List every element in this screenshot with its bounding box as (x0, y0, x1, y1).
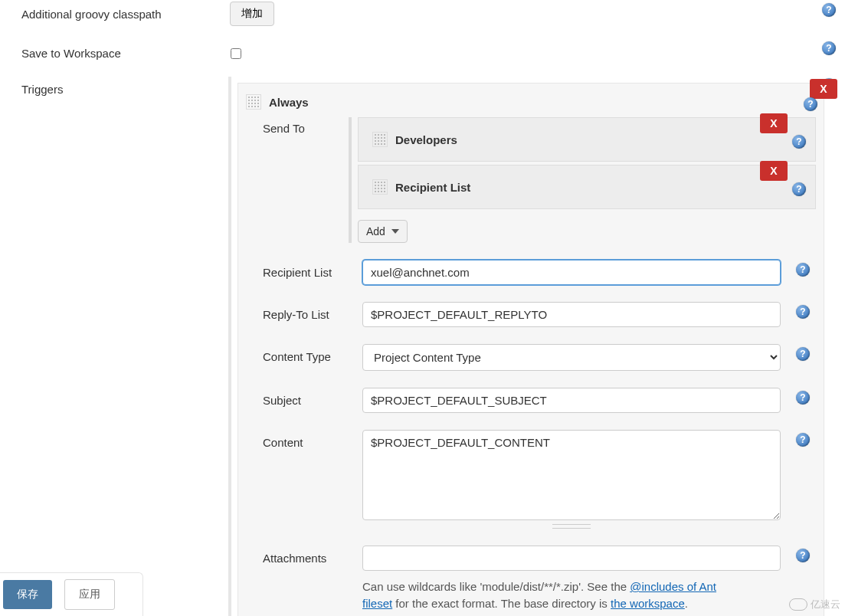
apply-button[interactable]: 应用 (64, 579, 115, 610)
remove-trigger-button[interactable]: X (810, 79, 837, 99)
label-subject: Subject (263, 388, 362, 407)
help-icon[interactable]: ? (796, 433, 810, 447)
label-save-to-workspace: Save to Workspace (21, 47, 221, 60)
label-reply-to-list: Reply-To List (263, 302, 362, 321)
help-icon[interactable]: ? (796, 347, 810, 361)
workspace-link[interactable]: the workspace (611, 597, 685, 610)
label-triggers: Triggers (21, 83, 221, 96)
attachments-input[interactable] (362, 546, 781, 571)
save-to-workspace-checkbox[interactable] (231, 48, 241, 59)
recipient-card-developers: X Developers ? (358, 117, 816, 162)
row-content-type: Content Type Project Content Type ? (246, 344, 816, 371)
help-icon[interactable]: ? (804, 97, 817, 111)
left-column: Additional groovy classpath Save to Work… (21, 0, 221, 97)
trigger-always-block: X ? Always Send To X Developers ? X Reci… (237, 83, 824, 616)
attachments-hint: Can use wildcards like 'module/dist/**/*… (362, 578, 745, 612)
help-icon[interactable]: ? (792, 182, 806, 196)
row-recipient-list: Recipient List ? (246, 260, 816, 285)
send-to-row: Send To X Developers ? X Recipient List … (246, 117, 816, 243)
footer-bar: 保存 应用 (0, 572, 143, 616)
label-additional-groovy-classpath: Additional groovy classpath (21, 8, 221, 21)
save-button[interactable]: 保存 (3, 580, 52, 609)
subject-input[interactable] (362, 388, 781, 413)
chevron-down-icon (391, 229, 399, 234)
remove-recipient-button[interactable]: X (760, 113, 788, 133)
resize-grip-icon[interactable] (552, 524, 591, 529)
reply-to-list-input[interactable] (362, 302, 781, 327)
content-textarea[interactable]: $PROJECT_DEFAULT_CONTENT (362, 430, 781, 520)
send-to-body: X Developers ? X Recipient List ? Add (349, 117, 816, 243)
help-icon[interactable]: ? (796, 263, 810, 277)
label-attachments: Attachments (263, 546, 362, 565)
help-icon[interactable]: ? (792, 135, 806, 149)
drag-handle-icon[interactable] (246, 94, 261, 110)
add-classpath-button[interactable]: 增加 (230, 2, 274, 26)
remove-recipient-button[interactable]: X (760, 161, 788, 181)
hint-text: Can use wildcards like 'module/dist/**/*… (362, 580, 630, 593)
send-to-label: Send To (263, 117, 349, 135)
content-type-select[interactable]: Project Content Type (362, 344, 781, 371)
label-recipient-list: Recipient List (263, 260, 362, 279)
help-icon[interactable]: ? (796, 391, 810, 405)
hint-text: for the exact format. The base directory… (392, 597, 611, 610)
trigger-header: Always (246, 91, 816, 117)
triggers-container: X ? Always Send To X Developers ? X Reci… (228, 77, 824, 616)
drag-handle-icon[interactable] (372, 132, 388, 147)
label-content-type: Content Type (263, 344, 362, 363)
help-icon[interactable]: ? (822, 41, 836, 55)
trigger-name: Always (269, 96, 309, 109)
recipient-card-recipient-list: X Recipient List ? (358, 165, 816, 209)
recipient-title: Developers (395, 133, 457, 146)
add-recipient-label: Add (366, 225, 385, 238)
row-attachments: Attachments Can use wildcards like 'modu… (246, 546, 816, 612)
recipient-list-input[interactable] (362, 260, 781, 285)
help-icon[interactable]: ? (796, 305, 810, 319)
row-reply-to-list: Reply-To List ? (246, 302, 816, 327)
add-recipient-dropdown[interactable]: Add (358, 220, 408, 243)
row-content: Content $PROJECT_DEFAULT_CONTENT ? (246, 430, 816, 529)
hint-text: . (685, 597, 688, 610)
label-content: Content (263, 430, 362, 449)
help-icon[interactable]: ? (822, 3, 836, 17)
row-subject: Subject ? (246, 388, 816, 413)
drag-handle-icon[interactable] (372, 179, 388, 195)
recipient-title: Recipient List (395, 181, 470, 194)
help-icon[interactable]: ? (796, 549, 810, 562)
